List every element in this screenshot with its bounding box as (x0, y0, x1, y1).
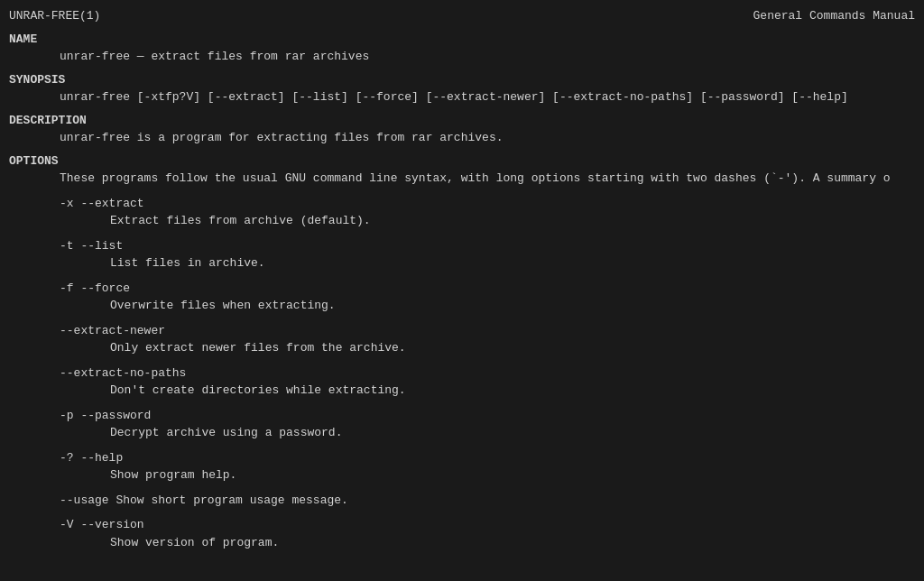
option-extract-no-paths: --extract-no-paths Don't create director… (9, 364, 915, 400)
section-name: NAME unrar-free — extract files from rar… (9, 31, 915, 66)
section-description-title: DESCRIPTION (9, 112, 915, 130)
option-list-desc: List files in archive. (9, 254, 915, 272)
section-options-title: OPTIONS (9, 152, 915, 171)
option-password: -p --password Decrypt archive using a pa… (9, 407, 915, 442)
option-extract-flags: -x --extract (9, 195, 915, 213)
man-page-title-left: UNRAR-FREE(1) (9, 7, 100, 25)
option-version-flags: -V --version (9, 516, 915, 534)
option-extract: -x --extract Extract files from archive … (9, 195, 915, 230)
option-force: -f --force Overwrite files when extracti… (9, 280, 915, 315)
option-force-flags: -f --force (9, 280, 915, 298)
section-options: OPTIONS These programs follow the usual … (9, 152, 915, 552)
section-name-title: NAME (9, 31, 915, 49)
option-extract-desc: Extract files from archive (default). (9, 212, 915, 230)
option-list-flags: -t --list (9, 237, 915, 255)
option-version-desc: Show version of program. (9, 534, 915, 552)
section-synopsis: SYNOPSIS unrar-free [-xtfp?V] [--extract… (9, 71, 915, 106)
option-extract-newer: --extract-newer Only extract newer files… (9, 322, 915, 357)
section-options-intro: These programs follow the usual GNU comm… (9, 170, 915, 188)
option-usage-flags: --usage Show short program usage message… (9, 492, 915, 510)
terminal-window: UNRAR-FREE(1) General Commands Manual NA… (0, 0, 924, 581)
option-force-desc: Overwrite files when extracting. (9, 297, 915, 315)
section-name-content: unrar-free — extract files from rar arch… (9, 48, 915, 66)
option-usage: --usage Show short program usage message… (9, 492, 915, 510)
man-page-title-right: General Commands Manual (753, 7, 915, 25)
option-extract-newer-flags: --extract-newer (9, 322, 915, 340)
option-extract-no-paths-desc: Don't create directories while extractin… (9, 382, 915, 400)
option-help: -? --help Show program help. (9, 449, 915, 484)
option-password-desc: Decrypt archive using a password. (9, 424, 915, 442)
option-extract-newer-desc: Only extract newer files from the archiv… (9, 339, 915, 357)
section-description: DESCRIPTION unrar-free is a program for … (9, 112, 915, 147)
man-page-header: UNRAR-FREE(1) General Commands Manual (9, 7, 915, 25)
option-help-flags: -? --help (9, 449, 915, 467)
section-synopsis-title: SYNOPSIS (9, 71, 915, 89)
option-extract-no-paths-flags: --extract-no-paths (9, 364, 915, 383)
option-list: -t --list List files in archive. (9, 237, 915, 272)
option-password-flags: -p --password (9, 407, 915, 425)
option-help-desc: Show program help. (9, 466, 915, 484)
option-version: -V --version Show version of program. (9, 516, 915, 551)
section-synopsis-content: unrar-free [-xtfp?V] [--extract] [--list… (9, 88, 915, 106)
section-description-content: unrar-free is a program for extracting f… (9, 129, 915, 147)
